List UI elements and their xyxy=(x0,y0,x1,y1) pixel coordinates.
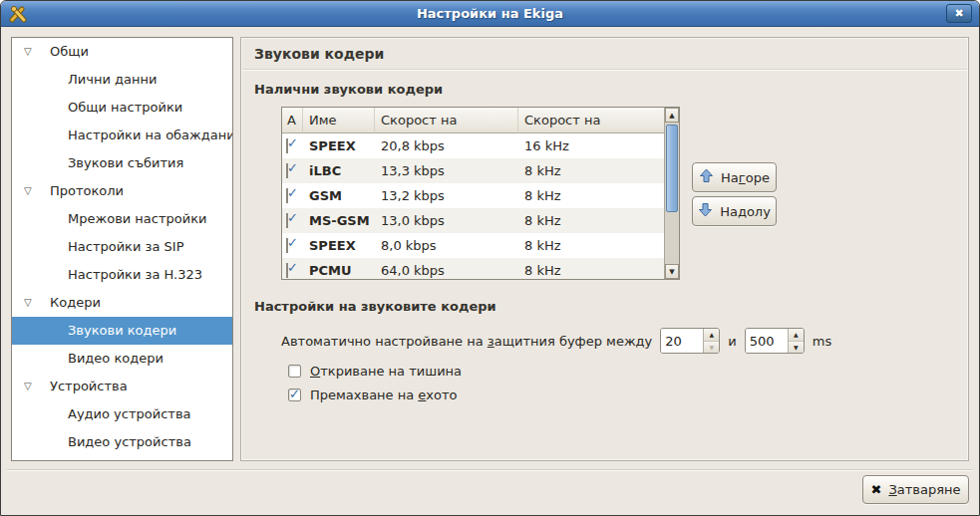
close-dialog-label: Затваряне xyxy=(888,482,960,497)
expander-icon[interactable]: ▽ xyxy=(24,373,40,400)
expander-icon[interactable]: ▽ xyxy=(24,38,40,66)
table-row[interactable]: iLBC 13,3 kbps 8 kHz xyxy=(282,158,664,183)
sidebar-item-video-codecs[interactable]: Видео кодери xyxy=(12,345,232,373)
sidebar-item-label: Звукови събития xyxy=(68,149,183,177)
close-window-button[interactable]: ✖ xyxy=(946,4,972,23)
sidebar-item-network-settings[interactable]: Мрежови настройки xyxy=(12,205,232,233)
sidebar-item-label: Звукови кодери xyxy=(68,317,176,345)
sidebar-item-label: Лични данни xyxy=(68,66,157,94)
spin-down-icon[interactable]: ▼ xyxy=(789,341,804,354)
table-row[interactable]: SPEEX 8,0 kbps 8 kHz xyxy=(282,233,664,258)
sidebar-item-label: Настройки за H.323 xyxy=(68,261,202,289)
close-icon: ✖ xyxy=(954,7,963,20)
codec-clockrate: 8 kHz xyxy=(518,213,664,228)
column-header-name[interactable]: Име xyxy=(303,108,375,133)
scroll-down-icon[interactable]: ▼ xyxy=(665,264,679,279)
sidebar-item-audio-codecs[interactable]: Звукови кодери xyxy=(12,317,232,345)
move-up-button[interactable]: Нагоре xyxy=(692,162,777,192)
sidebar-item-sip-settings[interactable]: Настройки за SIP xyxy=(12,233,232,261)
move-down-label: Надолу xyxy=(720,204,771,219)
jitter-min-spinner[interactable]: ▲ ▼ xyxy=(660,328,720,354)
close-dialog-button[interactable]: ✖ Затваряне xyxy=(862,475,969,504)
move-up-label: Нагоре xyxy=(721,170,770,185)
sidebar-item-protocols[interactable]: ▽ Протоколи xyxy=(12,177,232,205)
jitter-max-spinner[interactable]: ▲ ▼ xyxy=(745,328,805,354)
sections-tree: ▽ Общи Лични данни Общи настройки Настро… xyxy=(11,37,233,461)
spin-up-icon[interactable]: ▲ xyxy=(789,329,804,341)
echo-cancellation-checkbox[interactable] xyxy=(288,388,301,401)
sidebar-item-personal-data[interactable]: Лични данни xyxy=(12,66,232,94)
codec-clockrate: 8 kHz xyxy=(518,188,664,203)
sidebar-item-label: Устройства xyxy=(50,373,128,400)
column-header-bitrate[interactable]: Скорост на връзката xyxy=(375,108,518,133)
codec-enabled-checkbox[interactable] xyxy=(286,188,288,203)
codec-name: PCMU xyxy=(303,263,375,278)
codec-table-header: A Име Скорост на връзката Скорост на час… xyxy=(282,108,664,133)
codec-name: SPEEX xyxy=(303,238,375,253)
sidebar-item-label: Общи настройки xyxy=(68,94,182,122)
scroll-up-icon[interactable]: ▲ xyxy=(665,108,679,123)
codec-name: MS-GSM xyxy=(303,213,375,228)
expander-icon[interactable]: ▽ xyxy=(24,177,40,205)
codec-bitrate: 64,0 kbps xyxy=(375,263,518,278)
silence-detection-checkbox[interactable] xyxy=(288,365,301,378)
move-down-button[interactable]: Надолу xyxy=(692,196,777,226)
scrollbar-thumb[interactable] xyxy=(666,125,678,212)
codec-bitrate: 8,0 kbps xyxy=(375,238,518,253)
codec-enabled-checkbox[interactable] xyxy=(286,238,288,253)
arrow-down-icon xyxy=(698,202,713,220)
footer-separator xyxy=(7,469,973,471)
codec-enabled-checkbox[interactable] xyxy=(286,263,288,278)
codec-clockrate: 16 kHz xyxy=(518,138,664,153)
preferences-window: Настройки на Ekiga ✖ ▽ Общи Лични данни … xyxy=(0,0,980,516)
title-separator xyxy=(242,69,967,71)
codec-name: GSM xyxy=(303,188,375,203)
jitter-max-input[interactable] xyxy=(746,329,788,353)
spin-down-icon[interactable]: ▼ xyxy=(704,341,719,354)
expander-icon[interactable]: ▽ xyxy=(24,289,40,317)
codec-name: SPEEX xyxy=(303,138,375,153)
silence-detection-option[interactable]: Откриване на тишина xyxy=(288,363,462,380)
sidebar-item-label: Кодери xyxy=(50,289,101,317)
sidebar-item-sound-events[interactable]: Звукови събития xyxy=(12,149,232,177)
sidebar-item-label: Видео устройства xyxy=(68,428,191,456)
codec-enabled-checkbox[interactable] xyxy=(286,163,288,178)
sidebar-item-label: Мрежови настройки xyxy=(68,205,207,233)
window-title: Настройки на Ekiga xyxy=(1,6,979,21)
sidebar-item-codecs[interactable]: ▽ Кодери xyxy=(12,289,232,317)
available-codecs-section-title: Налични звукови кодери xyxy=(254,82,443,97)
column-header-clockrate[interactable]: Скорост на часовника xyxy=(518,108,664,133)
codec-clockrate: 8 kHz xyxy=(518,263,664,278)
main-panel: Звукови кодери Налични звукови кодери A … xyxy=(240,37,969,461)
sidebar-item-general-settings[interactable]: Общи настройки xyxy=(12,94,232,122)
sidebar-item-video-devices[interactable]: Видео устройства xyxy=(12,428,232,456)
codec-enabled-checkbox[interactable] xyxy=(286,138,288,153)
sidebar-item-audio-devices[interactable]: Аудио устройства xyxy=(12,400,232,428)
codec-bitrate: 13,2 kbps xyxy=(375,188,518,203)
sidebar-item-label: Общи xyxy=(50,38,89,66)
codec-enabled-checkbox[interactable] xyxy=(286,213,288,228)
codec-clockrate: 8 kHz xyxy=(518,238,664,253)
spin-up-icon[interactable]: ▲ xyxy=(704,329,719,341)
column-header-active[interactable]: A xyxy=(282,108,303,133)
echo-cancellation-label: Премахване на ехото xyxy=(310,387,458,402)
jitter-unit-label: ms xyxy=(813,334,831,349)
vertical-scrollbar[interactable]: ▲ ▼ xyxy=(664,108,679,279)
sidebar-item-h323-settings[interactable]: Настройки за H.323 xyxy=(12,261,232,289)
echo-cancellation-option[interactable]: Премахване на ехото xyxy=(288,387,458,403)
table-row[interactable]: MS-GSM 13,0 kbps 8 kHz xyxy=(282,208,664,233)
sidebar-item-call-options[interactable]: Настройки на обажданията xyxy=(12,122,232,149)
codec-bitrate: 13,3 kbps xyxy=(375,163,518,178)
table-row[interactable]: GSM 13,2 kbps 8 kHz xyxy=(282,183,664,208)
codec-bitrate: 13,0 kbps xyxy=(375,213,518,228)
page-title: Звукови кодери xyxy=(254,46,384,62)
sidebar-item-general[interactable]: ▽ Общи xyxy=(12,38,232,66)
jitter-min-input[interactable] xyxy=(661,329,703,353)
sidebar-item-label: Настройки за SIP xyxy=(68,233,184,261)
arrow-up-icon xyxy=(699,168,714,186)
sidebar-item-devices[interactable]: ▽ Устройства xyxy=(12,373,232,400)
table-row[interactable]: PCMU 64,0 kbps 8 kHz xyxy=(282,258,664,280)
table-row[interactable]: SPEEX 20,8 kbps 16 kHz xyxy=(282,133,664,158)
titlebar[interactable]: Настройки на Ekiga ✖ xyxy=(1,1,979,27)
codec-name: iLBC xyxy=(303,163,375,178)
